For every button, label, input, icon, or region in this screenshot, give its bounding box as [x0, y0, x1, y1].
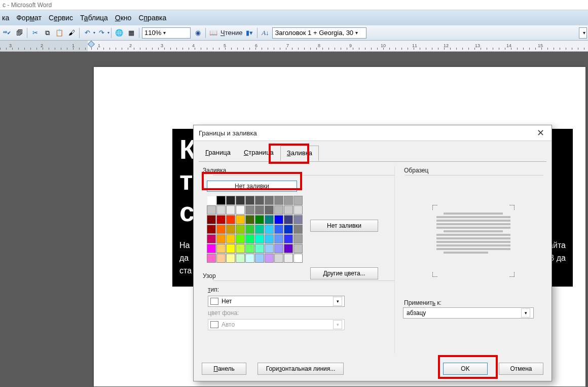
color-swatch[interactable]: [245, 254, 254, 263]
research-icon[interactable]: 🗐: [14, 27, 25, 39]
undo-dropdown[interactable]: ↶▾: [81, 27, 95, 39]
font-combo[interactable]: ▾: [579, 27, 587, 39]
menu-help[interactable]: Справка: [138, 14, 166, 22]
color-swatch[interactable]: [255, 254, 264, 263]
menu-table[interactable]: Таблица: [80, 14, 108, 22]
color-swatch[interactable]: [226, 254, 235, 263]
color-swatch[interactable]: [265, 225, 274, 234]
tab-fill[interactable]: Заливка: [280, 146, 319, 161]
color-swatch[interactable]: [265, 244, 274, 253]
color-swatch[interactable]: [284, 225, 293, 234]
color-swatch[interactable]: [255, 205, 264, 215]
no-fill-button[interactable]: Нет заливки: [310, 220, 378, 232]
color-swatch[interactable]: [207, 234, 216, 243]
color-swatch[interactable]: [293, 244, 303, 253]
redo-dropdown[interactable]: ↷▾: [95, 27, 109, 39]
color-swatch[interactable]: [226, 205, 235, 215]
color-swatch[interactable]: [265, 215, 274, 224]
color-swatch[interactable]: [236, 196, 245, 205]
color-swatch[interactable]: [293, 225, 303, 234]
color-swatch[interactable]: [255, 244, 264, 253]
pattern-type-select[interactable]: Нет ▾: [208, 296, 345, 307]
color-swatch[interactable]: [274, 254, 283, 263]
cut-icon[interactable]: ✂: [29, 27, 41, 39]
color-swatch[interactable]: [293, 215, 303, 224]
color-swatch[interactable]: [265, 234, 274, 243]
color-swatch[interactable]: [293, 234, 303, 243]
redo-icon[interactable]: ↷: [96, 27, 107, 39]
color-swatch[interactable]: [207, 205, 216, 215]
color-swatch[interactable]: [255, 234, 264, 243]
spellcheck-icon[interactable]: ᴬᴮ✔: [2, 27, 13, 39]
style-combo[interactable]: Заголовок 1 + Georgia, 30 ▾: [272, 27, 366, 39]
paste-icon[interactable]: 📋: [54, 27, 65, 39]
color-swatch[interactable]: [293, 196, 303, 205]
color-swatch[interactable]: [274, 205, 283, 215]
tab-page[interactable]: Страница: [237, 145, 280, 160]
color-swatch[interactable]: [274, 244, 283, 253]
color-swatch[interactable]: [245, 244, 254, 253]
color-swatch[interactable]: [216, 244, 226, 253]
horizontal-ruler[interactable]: 321123456789101112131415: [0, 41, 588, 52]
color-swatch[interactable]: [236, 205, 245, 215]
color-swatch[interactable]: [226, 244, 235, 253]
color-swatch[interactable]: [274, 225, 283, 234]
color-swatch[interactable]: [255, 215, 264, 224]
undo-icon[interactable]: ↶: [82, 27, 93, 39]
color-swatch[interactable]: [284, 196, 293, 205]
read-icon[interactable]: 📖: [208, 27, 219, 39]
no-fill-display[interactable]: Нет заливки: [207, 181, 297, 192]
color-swatch[interactable]: [293, 254, 303, 263]
apply-to-select[interactable]: абзацу ▾: [403, 307, 534, 319]
color-swatch[interactable]: [216, 196, 226, 205]
close-icon[interactable]: ✕: [529, 127, 552, 138]
color-swatch[interactable]: [245, 205, 254, 215]
color-swatch[interactable]: [207, 254, 216, 263]
menu-service[interactable]: Сервис: [49, 14, 73, 22]
color-swatch[interactable]: [236, 215, 245, 224]
color-swatch[interactable]: [216, 215, 226, 224]
color-swatch[interactable]: [265, 196, 274, 205]
color-swatch[interactable]: [274, 196, 283, 205]
color-swatch[interactable]: [236, 244, 245, 253]
color-swatch[interactable]: [216, 225, 226, 234]
color-swatch[interactable]: [245, 215, 254, 224]
toolbar-panel-button[interactable]: Панель: [202, 363, 246, 375]
color-swatch[interactable]: [284, 254, 293, 263]
color-swatch[interactable]: [293, 205, 303, 215]
menu-format[interactable]: Формат: [16, 14, 42, 22]
color-swatch[interactable]: [207, 244, 216, 253]
color-swatch[interactable]: [236, 254, 245, 263]
color-swatch[interactable]: [255, 196, 264, 205]
color-swatch[interactable]: [226, 215, 235, 224]
color-swatch[interactable]: [216, 205, 226, 215]
color-swatch[interactable]: [274, 215, 283, 224]
layout-toggle-icon[interactable]: ▮▾: [244, 27, 255, 39]
format-painter-icon[interactable]: 🖌: [66, 27, 77, 39]
color-swatch[interactable]: [274, 234, 283, 243]
help-icon[interactable]: ◉: [192, 27, 203, 39]
color-swatch[interactable]: [226, 225, 235, 234]
horizontal-line-button[interactable]: Горизонтальная линия...: [258, 363, 344, 375]
margin-marker-icon[interactable]: [88, 42, 94, 50]
color-swatch[interactable]: [265, 254, 274, 263]
color-swatch[interactable]: [207, 196, 216, 205]
color-swatch[interactable]: [284, 215, 293, 224]
color-swatch[interactable]: [207, 215, 216, 224]
menu-window[interactable]: Окно: [115, 14, 132, 22]
color-swatch[interactable]: [216, 254, 226, 263]
copy-icon[interactable]: ⧉: [42, 27, 53, 39]
color-swatch[interactable]: [226, 196, 235, 205]
color-swatch[interactable]: [284, 234, 293, 243]
zoom-combo[interactable]: 110% ▾: [142, 27, 191, 39]
reading-label[interactable]: Чтение: [220, 29, 242, 37]
color-swatch[interactable]: [216, 234, 226, 243]
color-swatch[interactable]: [245, 234, 254, 243]
hyperlink-icon[interactable]: 🌐: [114, 27, 125, 39]
ok-button[interactable]: OK: [443, 363, 488, 375]
color-swatch[interactable]: [236, 225, 245, 234]
cancel-button[interactable]: Отмена: [499, 363, 543, 375]
color-swatch[interactable]: [284, 244, 293, 253]
tab-border[interactable]: Граница: [199, 145, 237, 160]
style-icon[interactable]: A↓: [260, 27, 271, 39]
